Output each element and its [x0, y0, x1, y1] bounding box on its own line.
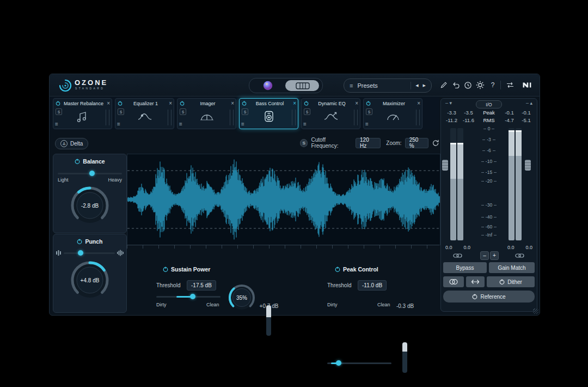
sustain-max-label: Clean — [206, 302, 219, 307]
input-gain-handle[interactable] — [442, 160, 448, 171]
peak-threshold-label: Threshold — [327, 282, 351, 288]
balance-power-icon[interactable] — [75, 159, 80, 164]
reference-button[interactable]: Reference — [443, 291, 535, 303]
balance-value: -2.8 dB — [69, 203, 111, 209]
module-power-icon[interactable] — [180, 101, 185, 106]
tab-label[interactable]: Equalizer 1 — [124, 101, 167, 106]
meter-collapse-right-icon[interactable]: – ▴ — [526, 100, 532, 106]
help-icon[interactable]: ? — [487, 80, 498, 90]
tab-drag-handle[interactable] — [292, 110, 296, 125]
output-gain-handle[interactable] — [525, 160, 531, 171]
presets-menu-icon[interactable]: ≡ — [350, 82, 353, 89]
tab-label[interactable]: Bass Control — [248, 101, 291, 106]
balance-slider-thumb[interactable] — [89, 171, 95, 176]
presets-label[interactable]: Presets — [357, 82, 377, 89]
tab-maximizer[interactable]: Maximizer × S ≡ — [363, 98, 422, 129]
scale-0: 0 — [488, 126, 491, 131]
peak-max-label: Clean — [377, 302, 390, 307]
tab-equalizer-1[interactable]: Equalizer 1 × S ≡ — [115, 98, 174, 129]
tab-bass-control[interactable]: Bass Control × S ≡ — [239, 98, 298, 129]
meter-scale-minus-button[interactable]: – — [480, 251, 489, 260]
sustain-threshold-value[interactable]: -17.5 dB — [187, 280, 216, 291]
edit-pencil-icon[interactable] — [438, 80, 449, 90]
balance-slider[interactable] — [58, 170, 122, 177]
module-power-icon[interactable] — [366, 101, 371, 106]
stereo-mode-button[interactable] — [443, 276, 464, 287]
punch-slider-thumb[interactable] — [78, 250, 83, 256]
reset-zoom-icon[interactable] — [432, 139, 439, 147]
module-power-icon[interactable] — [304, 101, 309, 106]
balance-header: Balance — [53, 158, 126, 165]
detail-view-orb-icon[interactable] — [262, 80, 273, 91]
delta-label[interactable]: Delta — [70, 141, 83, 147]
channel-swap-button[interactable] — [466, 276, 485, 287]
tab-close-icon[interactable]: × — [107, 101, 110, 106]
meter-collapse-left-icon[interactable]: – ▾ — [445, 100, 452, 106]
tab-dynamic-eq[interactable]: Dynamic EQ × S ≡ — [301, 98, 360, 129]
output-channel-link-icon[interactable] — [515, 252, 524, 259]
tab-close-icon[interactable]: × — [293, 101, 296, 106]
tab-close-icon[interactable]: × — [417, 101, 420, 106]
reference-power-icon — [472, 294, 477, 299]
view-mode-toggle[interactable] — [249, 78, 323, 93]
dither-button[interactable]: Dither — [487, 276, 535, 287]
sustain-slider-thumb[interactable] — [190, 294, 195, 299]
punch-slider[interactable] — [64, 250, 115, 256]
sustain-power-icon[interactable] — [163, 267, 168, 272]
master-rebalance-icon — [53, 110, 112, 124]
signal-flow-icon[interactable] — [505, 80, 516, 90]
window-resize-grip[interactable] — [533, 309, 538, 314]
input-channel-link-icon[interactable] — [453, 252, 462, 259]
tab-master-rebalance[interactable]: Master Rebalance × S ≡ — [53, 98, 112, 129]
tab-drag-handle[interactable] — [106, 110, 109, 125]
punch-soft-icon — [56, 250, 62, 256]
preset-next-icon[interactable]: ▶ — [423, 83, 426, 88]
tab-label[interactable]: Master Rebalance — [62, 101, 105, 106]
balance-section: Balance Light Heavy -2.8 dB — [53, 154, 127, 233]
sustain-amount-value: 35% — [227, 295, 256, 301]
bypass-button[interactable]: Bypass — [443, 262, 487, 273]
peak-slider[interactable] — [327, 360, 391, 366]
io-meter-panel: – ▾ I/O – ▴ -3.3 -3.5 Peak -0.1 -0.1 -11… — [440, 98, 537, 312]
settings-gear-icon[interactable] — [475, 80, 486, 90]
sustain-slider[interactable] — [156, 293, 220, 300]
module-power-icon[interactable] — [118, 101, 122, 106]
meter-scale-plus-button[interactable]: + — [490, 251, 499, 260]
peak-slider-thumb[interactable] — [336, 360, 341, 366]
module-chain-icon[interactable] — [296, 82, 310, 89]
presets-dropdown[interactable]: ≡ Presets ◀ ▶ — [344, 78, 432, 93]
undo-icon[interactable] — [450, 80, 461, 90]
tab-close-icon[interactable]: × — [355, 101, 358, 106]
punch-section: Punch +4.8 dB — [53, 234, 127, 313]
tab-label[interactable]: Maximizer — [372, 101, 415, 106]
peak-gain-value: -0.3 dB — [393, 303, 418, 309]
sustain-amount-knob[interactable]: 35% — [227, 283, 256, 312]
tab-imager[interactable]: Imager × S ≡ — [177, 98, 236, 129]
tab-drag-handle[interactable] — [416, 110, 420, 125]
preset-prev-icon[interactable]: ◀ — [415, 83, 418, 88]
module-power-icon[interactable] — [242, 101, 247, 106]
history-icon[interactable] — [462, 80, 473, 90]
solo-cutoff-icon[interactable]: S — [300, 139, 308, 147]
balance-knob[interactable]: -2.8 dB — [69, 185, 111, 226]
zoom-value-box[interactable]: 250 % — [405, 138, 428, 148]
peak-control-power-icon[interactable] — [335, 267, 340, 272]
gain-match-button[interactable]: Gain Match — [489, 262, 535, 273]
delta-button[interactable]: Δ Delta — [55, 138, 88, 149]
tab-label[interactable]: Dynamic EQ — [310, 101, 353, 106]
io-toggle[interactable]: I/O — [476, 100, 502, 108]
cutoff-value-box[interactable]: 120 Hz — [356, 138, 381, 148]
tab-drag-handle[interactable] — [168, 110, 171, 125]
punch-knob[interactable]: +4.8 dB — [69, 259, 111, 301]
punch-power-icon[interactable] — [77, 239, 82, 244]
tab-drag-handle[interactable] — [354, 110, 358, 125]
punch-title: Punch — [85, 238, 102, 245]
tab-drag-handle[interactable] — [230, 110, 234, 125]
peak-threshold-value[interactable]: -11.0 dB — [358, 280, 387, 291]
balance-max-label: Heavy — [108, 177, 122, 183]
tab-close-icon[interactable]: × — [231, 101, 234, 106]
module-power-icon[interactable] — [56, 101, 60, 106]
tab-label[interactable]: Imager — [186, 101, 229, 106]
punch-header: Punch — [53, 238, 126, 245]
tab-close-icon[interactable]: × — [169, 101, 172, 106]
